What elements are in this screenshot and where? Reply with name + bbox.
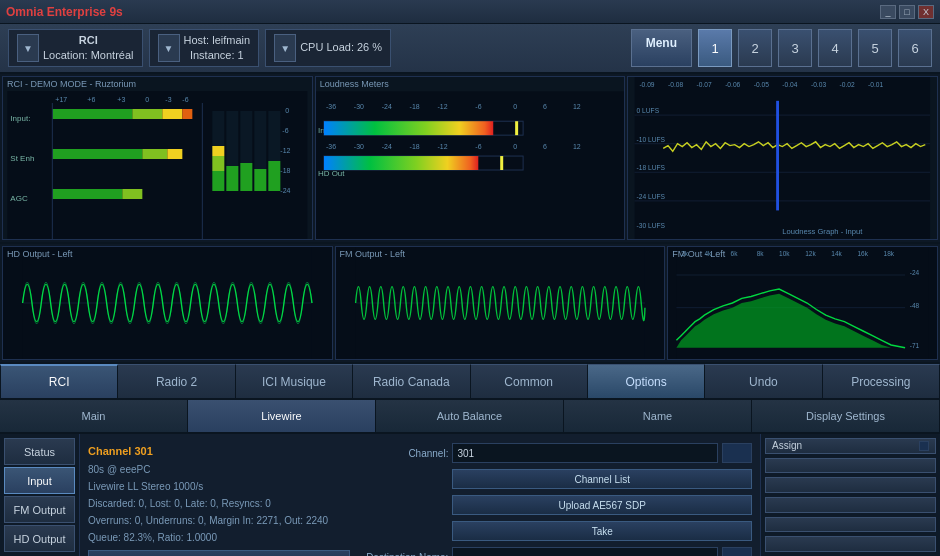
right-btn-2[interactable] [765, 458, 936, 474]
svg-text:-0.05: -0.05 [754, 81, 769, 88]
assign-button[interactable]: Assign [765, 438, 936, 454]
tab2-display-settings[interactable]: Display Settings [752, 400, 940, 432]
fm-output-label: FM Output - Left [340, 249, 406, 259]
tab-ici-musique[interactable]: ICI Musique [236, 364, 353, 398]
tab-bar-2: Main Livewire Auto Balance Name Display … [0, 400, 940, 434]
svg-text:8k: 8k [757, 250, 765, 257]
svg-text:-48: -48 [910, 302, 920, 309]
right-btn-4[interactable] [765, 497, 936, 513]
host-dropdown[interactable]: ▼ [158, 34, 180, 62]
svg-text:-6: -6 [475, 103, 481, 110]
svg-text:-0.06: -0.06 [726, 81, 741, 88]
window-controls: _ □ X [880, 5, 934, 19]
svg-text:6: 6 [543, 143, 547, 150]
svg-text:-18: -18 [409, 143, 419, 150]
svg-rect-12 [122, 189, 142, 199]
tab-processing[interactable]: Processing [823, 364, 940, 398]
upload-row: Upload AE567 SDP [358, 494, 752, 516]
svg-text:-30 LUFS: -30 LUFS [637, 222, 666, 229]
tab-options[interactable]: Options [588, 364, 705, 398]
svg-rect-28 [212, 156, 224, 171]
info-line5: Queue: 82.3%, Ratio: 1.0000 [88, 529, 350, 546]
take-button[interactable]: Take [452, 521, 752, 541]
loudness-meter-panel: Loudness Meters -36 -30 -24 -18 -12 -6 0… [315, 76, 626, 240]
right-btn-6[interactable] [765, 536, 936, 552]
upload-button[interactable]: Upload AE567 SDP [452, 495, 752, 515]
tab2-auto-balance[interactable]: Auto Balance [376, 400, 564, 432]
top-nav: ▼ RCI Location: Montréal ▼ Host: leifmai… [0, 24, 940, 74]
dest-input[interactable] [452, 547, 718, 556]
maximize-button[interactable]: □ [899, 5, 915, 19]
close-button[interactable]: X [918, 5, 934, 19]
svg-text:-18: -18 [409, 103, 419, 110]
preset-4-button[interactable]: 4 [818, 29, 852, 67]
svg-text:0 LUFS: 0 LUFS [637, 107, 660, 114]
svg-text:12: 12 [573, 143, 581, 150]
svg-text:10k: 10k [779, 250, 790, 257]
tab-undo[interactable]: Undo [705, 364, 822, 398]
sidebar-input[interactable]: Input [4, 467, 75, 494]
preset-6-button[interactable]: 6 [898, 29, 932, 67]
app-title: Omnia Enterprise 9s [6, 5, 123, 19]
svg-text:14k: 14k [832, 250, 843, 257]
rci-dropdown[interactable]: ▼ [17, 34, 39, 62]
sidebar: Status Input FM Output HD Output [0, 434, 80, 556]
svg-text:Loudness Graph - Input: Loudness Graph - Input [783, 227, 864, 236]
tab-radio2[interactable]: Radio 2 [118, 364, 235, 398]
svg-text:-0.04: -0.04 [783, 81, 798, 88]
svg-text:-36: -36 [326, 103, 336, 110]
tab-rci[interactable]: RCI [0, 364, 118, 398]
channel-info: Channel 301 80s @ eeePC Livewire LL Ster… [88, 442, 350, 556]
info-line2: Livewire LL Stereo 1000/s [88, 478, 350, 495]
menu-button[interactable]: Menu [631, 29, 692, 67]
svg-rect-37 [268, 161, 280, 191]
loudness-graph-panel: -0.09 -0.08 -0.07 -0.06 -0.05 -0.04 -0.0… [627, 76, 938, 240]
host-label: Host: leifmain Instance: 1 [184, 33, 251, 64]
svg-text:18k: 18k [884, 250, 895, 257]
svg-rect-68 [324, 156, 478, 170]
svg-text:-12: -12 [280, 147, 290, 154]
svg-text:-6: -6 [182, 96, 188, 103]
preset-1-button[interactable]: 1 [698, 29, 732, 67]
hd-output-label: HD Output - Left [7, 249, 73, 259]
preset-2-button[interactable]: 2 [738, 29, 772, 67]
spectrum-wave: 2k 4k 6k 8k 10k 12k 14k 16k 18k -24 -48 … [668, 247, 937, 359]
svg-rect-11 [52, 189, 122, 199]
svg-text:0: 0 [513, 103, 517, 110]
cpu-dropdown[interactable]: ▼ [274, 34, 296, 62]
svg-text:0: 0 [513, 143, 517, 150]
take-row: Take [358, 520, 752, 542]
svg-text:-6: -6 [282, 127, 288, 134]
svg-rect-6 [162, 109, 182, 119]
svg-text:+17: +17 [55, 96, 67, 103]
sidebar-hd-output[interactable]: HD Output [4, 525, 75, 552]
svg-text:-71: -71 [910, 342, 920, 349]
reset-stats-button[interactable]: Reset Statistics [88, 550, 350, 556]
tab-radio-canada[interactable]: Radio Canada [353, 364, 470, 398]
svg-rect-31 [226, 166, 238, 191]
right-btn-3[interactable] [765, 477, 936, 493]
svg-rect-69 [500, 156, 503, 170]
tab2-livewire[interactable]: Livewire [188, 400, 376, 432]
svg-rect-5 [132, 109, 162, 119]
svg-text:-10 LUFS: -10 LUFS [637, 136, 666, 143]
svg-text:-0.03: -0.03 [811, 81, 826, 88]
tab-common[interactable]: Common [471, 364, 588, 398]
svg-text:-24: -24 [381, 143, 391, 150]
tab2-name[interactable]: Name [564, 400, 752, 432]
svg-text:0: 0 [285, 107, 289, 114]
sidebar-fm-output[interactable]: FM Output [4, 496, 75, 523]
svg-text:-24 LUFS: -24 LUFS [637, 193, 666, 200]
channel-list-button[interactable]: Channel List [452, 469, 752, 489]
preset-3-button[interactable]: 3 [778, 29, 812, 67]
svg-rect-9 [142, 149, 167, 159]
right-btn-5[interactable] [765, 517, 936, 533]
preset-5-button[interactable]: 5 [858, 29, 892, 67]
svg-text:16k: 16k [858, 250, 869, 257]
svg-text:-18: -18 [280, 167, 290, 174]
channel-input[interactable] [452, 443, 718, 463]
tab2-main[interactable]: Main [0, 400, 188, 432]
spectrum-panel: FM Out - Left 2k 4k 6k 8k 10k 12k 14k 16… [667, 246, 938, 360]
minimize-button[interactable]: _ [880, 5, 896, 19]
sidebar-status[interactable]: Status [4, 438, 75, 465]
